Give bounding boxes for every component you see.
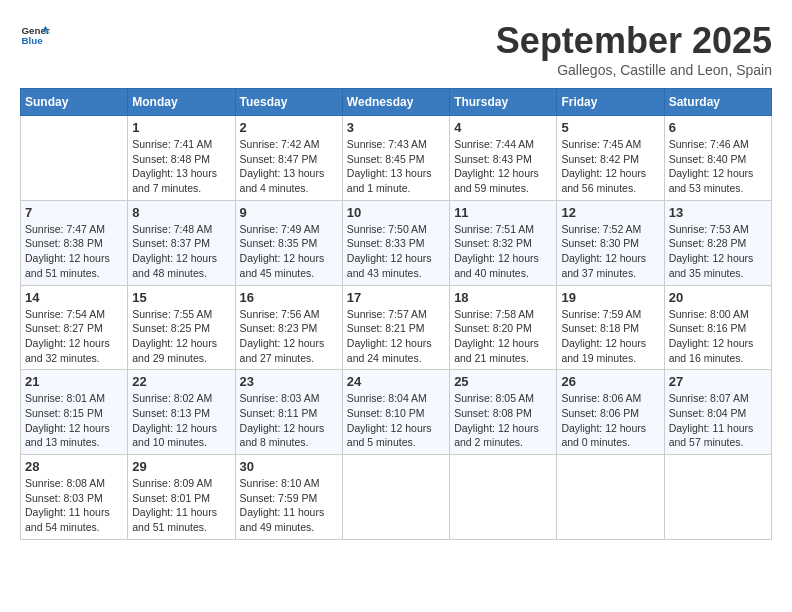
logo: General Blue	[20, 20, 50, 50]
calendar-week-row: 14Sunrise: 7:54 AM Sunset: 8:27 PM Dayli…	[21, 285, 772, 370]
cell-content: Sunrise: 7:57 AM Sunset: 8:21 PM Dayligh…	[347, 307, 445, 366]
weekday-header: Wednesday	[342, 89, 449, 116]
weekday-header: Saturday	[664, 89, 771, 116]
day-number: 28	[25, 459, 123, 474]
day-number: 10	[347, 205, 445, 220]
cell-content: Sunrise: 8:05 AM Sunset: 8:08 PM Dayligh…	[454, 391, 552, 450]
cell-content: Sunrise: 7:42 AM Sunset: 8:47 PM Dayligh…	[240, 137, 338, 196]
cell-content: Sunrise: 7:51 AM Sunset: 8:32 PM Dayligh…	[454, 222, 552, 281]
cell-content: Sunrise: 7:46 AM Sunset: 8:40 PM Dayligh…	[669, 137, 767, 196]
calendar-week-row: 1Sunrise: 7:41 AM Sunset: 8:48 PM Daylig…	[21, 116, 772, 201]
cell-content: Sunrise: 8:08 AM Sunset: 8:03 PM Dayligh…	[25, 476, 123, 535]
cell-content: Sunrise: 7:49 AM Sunset: 8:35 PM Dayligh…	[240, 222, 338, 281]
calendar-cell	[450, 455, 557, 540]
cell-content: Sunrise: 8:04 AM Sunset: 8:10 PM Dayligh…	[347, 391, 445, 450]
day-number: 23	[240, 374, 338, 389]
day-number: 13	[669, 205, 767, 220]
day-number: 30	[240, 459, 338, 474]
calendar-cell: 25Sunrise: 8:05 AM Sunset: 8:08 PM Dayli…	[450, 370, 557, 455]
calendar-cell: 13Sunrise: 7:53 AM Sunset: 8:28 PM Dayli…	[664, 200, 771, 285]
calendar-cell: 20Sunrise: 8:00 AM Sunset: 8:16 PM Dayli…	[664, 285, 771, 370]
day-number: 1	[132, 120, 230, 135]
cell-content: Sunrise: 7:53 AM Sunset: 8:28 PM Dayligh…	[669, 222, 767, 281]
calendar-cell: 8Sunrise: 7:48 AM Sunset: 8:37 PM Daylig…	[128, 200, 235, 285]
month-title: September 2025	[496, 20, 772, 62]
day-number: 6	[669, 120, 767, 135]
cell-content: Sunrise: 7:58 AM Sunset: 8:20 PM Dayligh…	[454, 307, 552, 366]
weekday-header: Monday	[128, 89, 235, 116]
cell-content: Sunrise: 8:02 AM Sunset: 8:13 PM Dayligh…	[132, 391, 230, 450]
day-number: 26	[561, 374, 659, 389]
cell-content: Sunrise: 7:55 AM Sunset: 8:25 PM Dayligh…	[132, 307, 230, 366]
cell-content: Sunrise: 7:54 AM Sunset: 8:27 PM Dayligh…	[25, 307, 123, 366]
calendar-cell: 18Sunrise: 7:58 AM Sunset: 8:20 PM Dayli…	[450, 285, 557, 370]
day-number: 22	[132, 374, 230, 389]
day-number: 21	[25, 374, 123, 389]
calendar-cell	[557, 455, 664, 540]
cell-content: Sunrise: 7:45 AM Sunset: 8:42 PM Dayligh…	[561, 137, 659, 196]
calendar-cell: 19Sunrise: 7:59 AM Sunset: 8:18 PM Dayli…	[557, 285, 664, 370]
calendar-week-row: 21Sunrise: 8:01 AM Sunset: 8:15 PM Dayli…	[21, 370, 772, 455]
weekday-header: Thursday	[450, 89, 557, 116]
weekday-header: Sunday	[21, 89, 128, 116]
title-block: September 2025 Gallegos, Castille and Le…	[496, 20, 772, 78]
day-number: 2	[240, 120, 338, 135]
cell-content: Sunrise: 7:59 AM Sunset: 8:18 PM Dayligh…	[561, 307, 659, 366]
calendar-cell: 24Sunrise: 8:04 AM Sunset: 8:10 PM Dayli…	[342, 370, 449, 455]
weekday-header: Tuesday	[235, 89, 342, 116]
calendar-cell: 9Sunrise: 7:49 AM Sunset: 8:35 PM Daylig…	[235, 200, 342, 285]
calendar-cell: 23Sunrise: 8:03 AM Sunset: 8:11 PM Dayli…	[235, 370, 342, 455]
calendar-cell	[342, 455, 449, 540]
calendar-week-row: 28Sunrise: 8:08 AM Sunset: 8:03 PM Dayli…	[21, 455, 772, 540]
calendar-cell: 6Sunrise: 7:46 AM Sunset: 8:40 PM Daylig…	[664, 116, 771, 201]
calendar-cell: 22Sunrise: 8:02 AM Sunset: 8:13 PM Dayli…	[128, 370, 235, 455]
calendar-cell: 28Sunrise: 8:08 AM Sunset: 8:03 PM Dayli…	[21, 455, 128, 540]
calendar-cell: 1Sunrise: 7:41 AM Sunset: 8:48 PM Daylig…	[128, 116, 235, 201]
day-number: 9	[240, 205, 338, 220]
calendar-cell: 14Sunrise: 7:54 AM Sunset: 8:27 PM Dayli…	[21, 285, 128, 370]
calendar-cell: 11Sunrise: 7:51 AM Sunset: 8:32 PM Dayli…	[450, 200, 557, 285]
day-number: 14	[25, 290, 123, 305]
calendar-cell: 3Sunrise: 7:43 AM Sunset: 8:45 PM Daylig…	[342, 116, 449, 201]
day-number: 17	[347, 290, 445, 305]
cell-content: Sunrise: 7:43 AM Sunset: 8:45 PM Dayligh…	[347, 137, 445, 196]
calendar-cell: 17Sunrise: 7:57 AM Sunset: 8:21 PM Dayli…	[342, 285, 449, 370]
day-number: 8	[132, 205, 230, 220]
calendar-cell: 21Sunrise: 8:01 AM Sunset: 8:15 PM Dayli…	[21, 370, 128, 455]
cell-content: Sunrise: 7:48 AM Sunset: 8:37 PM Dayligh…	[132, 222, 230, 281]
calendar-cell: 30Sunrise: 8:10 AM Sunset: 7:59 PM Dayli…	[235, 455, 342, 540]
calendar-cell: 2Sunrise: 7:42 AM Sunset: 8:47 PM Daylig…	[235, 116, 342, 201]
calendar-week-row: 7Sunrise: 7:47 AM Sunset: 8:38 PM Daylig…	[21, 200, 772, 285]
calendar-table: SundayMondayTuesdayWednesdayThursdayFrid…	[20, 88, 772, 540]
day-number: 29	[132, 459, 230, 474]
day-number: 25	[454, 374, 552, 389]
calendar-cell: 29Sunrise: 8:09 AM Sunset: 8:01 PM Dayli…	[128, 455, 235, 540]
calendar-cell: 5Sunrise: 7:45 AM Sunset: 8:42 PM Daylig…	[557, 116, 664, 201]
day-number: 4	[454, 120, 552, 135]
day-number: 5	[561, 120, 659, 135]
day-number: 15	[132, 290, 230, 305]
calendar-cell: 16Sunrise: 7:56 AM Sunset: 8:23 PM Dayli…	[235, 285, 342, 370]
day-number: 19	[561, 290, 659, 305]
calendar-cell	[21, 116, 128, 201]
cell-content: Sunrise: 8:00 AM Sunset: 8:16 PM Dayligh…	[669, 307, 767, 366]
cell-content: Sunrise: 8:01 AM Sunset: 8:15 PM Dayligh…	[25, 391, 123, 450]
day-number: 24	[347, 374, 445, 389]
calendar-cell: 7Sunrise: 7:47 AM Sunset: 8:38 PM Daylig…	[21, 200, 128, 285]
page-header: General Blue September 2025 Gallegos, Ca…	[20, 20, 772, 78]
calendar-cell: 4Sunrise: 7:44 AM Sunset: 8:43 PM Daylig…	[450, 116, 557, 201]
day-number: 20	[669, 290, 767, 305]
cell-content: Sunrise: 7:52 AM Sunset: 8:30 PM Dayligh…	[561, 222, 659, 281]
day-number: 18	[454, 290, 552, 305]
logo-icon: General Blue	[20, 20, 50, 50]
cell-content: Sunrise: 7:44 AM Sunset: 8:43 PM Dayligh…	[454, 137, 552, 196]
weekday-header-row: SundayMondayTuesdayWednesdayThursdayFrid…	[21, 89, 772, 116]
cell-content: Sunrise: 8:07 AM Sunset: 8:04 PM Dayligh…	[669, 391, 767, 450]
cell-content: Sunrise: 8:09 AM Sunset: 8:01 PM Dayligh…	[132, 476, 230, 535]
day-number: 11	[454, 205, 552, 220]
calendar-cell: 10Sunrise: 7:50 AM Sunset: 8:33 PM Dayli…	[342, 200, 449, 285]
cell-content: Sunrise: 8:10 AM Sunset: 7:59 PM Dayligh…	[240, 476, 338, 535]
calendar-cell: 27Sunrise: 8:07 AM Sunset: 8:04 PM Dayli…	[664, 370, 771, 455]
calendar-cell: 12Sunrise: 7:52 AM Sunset: 8:30 PM Dayli…	[557, 200, 664, 285]
day-number: 3	[347, 120, 445, 135]
